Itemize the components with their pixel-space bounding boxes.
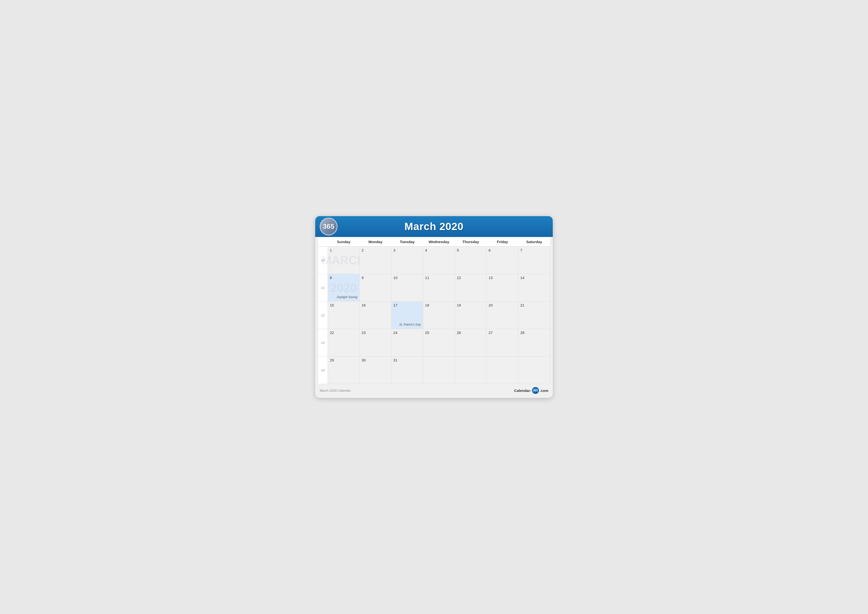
footer-right-branding: Calendar- 365 .com bbox=[514, 387, 548, 394]
day-number: 25 bbox=[425, 331, 429, 335]
week-num-13: 13 bbox=[318, 329, 328, 356]
day-header-friday: Friday bbox=[487, 237, 518, 246]
day-number: 3 bbox=[394, 248, 395, 252]
day-number: 11 bbox=[425, 275, 429, 280]
cell-mar-1: 1 MARCH bbox=[328, 247, 360, 274]
cell-mar-11: 11 bbox=[423, 274, 455, 301]
calendar-row-week11: 11 8 2020 Daylight Saving 9 10 11 12 bbox=[318, 274, 550, 302]
day-number: 13 bbox=[488, 275, 493, 280]
day-number: 6 bbox=[488, 248, 490, 252]
day-number: 17 bbox=[394, 303, 398, 307]
day-header-saturday: Saturday bbox=[518, 237, 550, 246]
cell-mar-29: 29 bbox=[328, 356, 360, 384]
event-st-patricks-day: St. Patrick's Day bbox=[399, 323, 421, 326]
week-num-12: 12 bbox=[318, 302, 328, 329]
cell-mar-25: 25 bbox=[423, 329, 455, 356]
calendar-page: 365 March 2020 Sunday Monday Tuesday Wed… bbox=[315, 216, 553, 398]
cell-empty-3 bbox=[487, 356, 518, 384]
day-number: 22 bbox=[330, 331, 334, 335]
cell-mar-26: 26 bbox=[455, 329, 487, 356]
cell-mar-7: 7 bbox=[518, 247, 550, 274]
logo-badge: 365 bbox=[320, 218, 338, 235]
calendar-row-week14: 14 29 30 31 bbox=[318, 356, 550, 384]
watermark-2020: 2020 bbox=[330, 281, 357, 295]
day-number: 2 bbox=[361, 248, 363, 252]
day-number: 15 bbox=[330, 303, 334, 307]
cell-mar-9: 9 bbox=[360, 274, 391, 301]
cell-empty-1 bbox=[423, 356, 455, 384]
day-number: 7 bbox=[520, 248, 522, 252]
week-num-14: 14 bbox=[318, 356, 328, 384]
day-header-sunday: Sunday bbox=[328, 237, 360, 246]
cell-mar-30: 30 bbox=[360, 356, 391, 384]
calendar-row-week12: 12 15 16 17 St. Patrick's Day 18 19 bbox=[318, 302, 550, 329]
page-title: March 2020 bbox=[405, 221, 464, 233]
day-number: 27 bbox=[488, 331, 493, 335]
cell-mar-17: 17 St. Patrick's Day bbox=[391, 302, 423, 329]
day-number: 4 bbox=[425, 248, 427, 252]
day-number: 31 bbox=[394, 358, 398, 362]
day-number: 21 bbox=[520, 303, 525, 307]
day-header-thursday: Thursday bbox=[455, 237, 487, 246]
day-number: 9 bbox=[361, 275, 363, 280]
cell-mar-8: 8 2020 Daylight Saving bbox=[328, 274, 360, 301]
week-num-10: 10 bbox=[318, 247, 328, 274]
cell-mar-22: 22 bbox=[328, 329, 360, 356]
week-num-11: 11 bbox=[318, 274, 328, 301]
day-number: 10 bbox=[394, 275, 398, 280]
day-number: 23 bbox=[361, 331, 366, 335]
calendar-grid: Sunday Monday Tuesday Wednesday Thursday… bbox=[318, 237, 550, 384]
day-header-monday: Monday bbox=[360, 237, 391, 246]
cell-mar-19: 19 bbox=[455, 302, 487, 329]
footer-logo-badge: 365 bbox=[532, 387, 539, 394]
cell-mar-14: 14 bbox=[518, 274, 550, 301]
cell-mar-6: 6 bbox=[487, 247, 518, 274]
day-number: 20 bbox=[488, 303, 493, 307]
watermark-march: MARCH bbox=[321, 253, 366, 267]
calendar-row-week13: 13 22 23 24 25 26 27 bbox=[318, 329, 550, 356]
day-number: 8 bbox=[330, 275, 332, 280]
footer-left-text: March 2020 Calendar bbox=[320, 389, 350, 392]
footer-brand-text-suffix: .com bbox=[539, 389, 548, 393]
day-number: 1 bbox=[330, 248, 332, 252]
cell-mar-13: 13 bbox=[487, 274, 518, 301]
day-number: 24 bbox=[394, 331, 398, 335]
cell-mar-10: 10 bbox=[391, 274, 423, 301]
day-number: 16 bbox=[361, 303, 366, 307]
cell-empty-4 bbox=[518, 356, 550, 384]
cell-mar-21: 21 bbox=[518, 302, 550, 329]
cell-mar-4: 4 bbox=[423, 247, 455, 274]
day-number: 5 bbox=[457, 248, 459, 252]
cell-mar-15: 15 bbox=[328, 302, 360, 329]
cell-mar-31: 31 bbox=[391, 356, 423, 384]
day-number: 26 bbox=[457, 331, 461, 335]
cell-mar-24: 24 bbox=[391, 329, 423, 356]
event-daylight-saving: Daylight Saving bbox=[337, 295, 357, 299]
cell-mar-12: 12 bbox=[455, 274, 487, 301]
cell-mar-3: 3 bbox=[391, 247, 423, 274]
week-num-header-empty bbox=[318, 237, 328, 246]
day-number: 19 bbox=[457, 303, 461, 307]
calendar-row-week10: 10 1 MARCH 2 3 4 5 6 bbox=[318, 247, 550, 274]
day-number: 18 bbox=[425, 303, 429, 307]
day-number: 28 bbox=[520, 331, 525, 335]
day-number: 14 bbox=[520, 275, 525, 280]
cell-mar-27: 27 bbox=[487, 329, 518, 356]
day-header-wednesday: Wednesday bbox=[423, 237, 455, 246]
cell-mar-5: 5 bbox=[455, 247, 487, 274]
footer: March 2020 Calendar Calendar- 365 .com bbox=[315, 384, 553, 395]
cell-mar-16: 16 bbox=[360, 302, 391, 329]
day-number: 29 bbox=[330, 358, 334, 362]
calendar-header: 365 March 2020 bbox=[315, 216, 553, 237]
day-headers-row: Sunday Monday Tuesday Wednesday Thursday… bbox=[318, 237, 550, 247]
calendar-body: 10 1 MARCH 2 3 4 5 6 bbox=[318, 247, 550, 384]
cell-mar-23: 23 bbox=[360, 329, 391, 356]
day-header-tuesday: Tuesday bbox=[391, 237, 423, 246]
cell-mar-20: 20 bbox=[487, 302, 518, 329]
cell-mar-28: 28 bbox=[518, 329, 550, 356]
cell-mar-2: 2 bbox=[360, 247, 391, 274]
footer-brand-text-prefix: Calendar- bbox=[514, 389, 531, 393]
day-number: 30 bbox=[361, 358, 366, 362]
day-number: 12 bbox=[457, 275, 461, 280]
cell-empty-2 bbox=[455, 356, 487, 384]
